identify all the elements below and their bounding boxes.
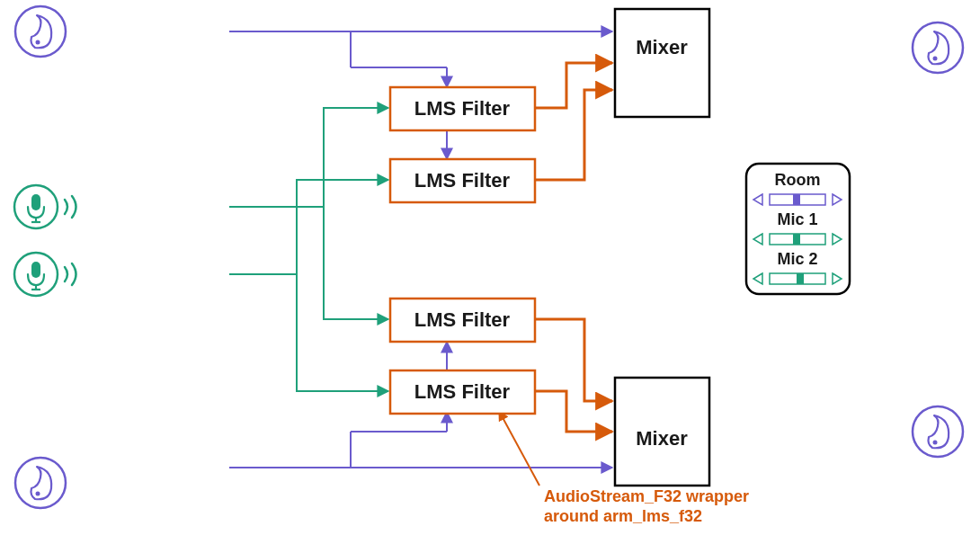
mic1-icon [14, 185, 76, 228]
line-mic2-to-f4 [297, 274, 388, 391]
mixer-bottom-box: Mixer [615, 378, 709, 486]
annotation-line2: around arm_lms_f32 [544, 507, 702, 525]
line-f1-to-mixer [535, 63, 612, 108]
svg-rect-10 [615, 9, 709, 117]
lms-filter-1-box: LMS Filter [390, 87, 535, 130]
hearing-aid-top-right-icon [913, 22, 963, 73]
lms-filter-4-label: LMS Filter [414, 380, 511, 403]
panel-mic2-label: Mic 2 [777, 250, 817, 268]
lms-filter-1-label: LMS Filter [414, 97, 511, 120]
lms-filter-3-box: LMS Filter [390, 299, 535, 342]
lms-filter-2-box: LMS Filter [390, 159, 535, 202]
mic2-icon [14, 253, 76, 296]
hearing-aid-bottom-left-icon [15, 458, 66, 508]
lms-filter-2-label: LMS Filter [414, 169, 511, 192]
line-mic1-to-f1 [324, 108, 388, 207]
line-mic1-to-f3 [324, 207, 388, 319]
lms-filter-4-box: LMS Filter [390, 370, 535, 414]
line-f3-to-mixer [535, 319, 612, 401]
mixer-top-box: Mixer [615, 9, 709, 117]
mixer-top-label: Mixer [636, 36, 688, 58]
svg-rect-18 [797, 273, 804, 284]
hearing-aid-bottom-right-icon [913, 406, 963, 457]
annotation-line1: AudioStream_F32 wrapper [544, 487, 749, 505]
panel-mic1-label: Mic 1 [777, 210, 817, 228]
control-panel: Room Mic 1 Mic 2 [746, 164, 850, 294]
mixer-bottom-label: Mixer [636, 427, 688, 450]
svg-rect-14 [793, 194, 800, 205]
line-f4-to-mixer [535, 391, 612, 432]
lms-filter-3-label: LMS Filter [414, 308, 511, 331]
panel-room-label: Room [775, 171, 821, 189]
line-f2-to-mixer [535, 90, 612, 180]
annotation-pointer [499, 411, 539, 486]
line-mic2-to-f2 [297, 180, 388, 274]
svg-rect-16 [793, 234, 800, 245]
hearing-aid-top-left-icon [15, 6, 66, 57]
